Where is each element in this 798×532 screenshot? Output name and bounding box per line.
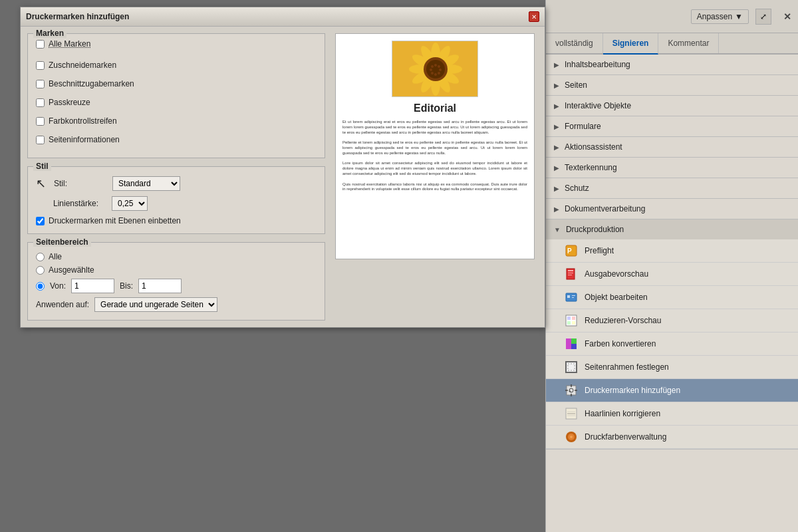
tab-vollstandig[interactable]: vollständig [546,33,603,53]
tool-item-druckermarken[interactable]: + Druckermarken hinzufügen [546,379,798,402]
preview-title: Editorial [414,102,456,114]
svg-point-17 [438,65,440,68]
tool-item-farben[interactable]: Farben konvertieren [546,332,798,356]
svg-rect-41 [566,362,577,372]
checkboxes-group: Zuschneidemarken Beschnittzugabemarken P… [36,55,317,150]
dialog-close-button[interactable]: ✕ [529,11,539,22]
svg-rect-39 [571,338,577,344]
farb-checkbox[interactable] [36,117,45,126]
linienstaerke-select[interactable]: 0,25 0,50 0,75 1,00 [112,196,148,211]
tool-item-ausgabe[interactable]: Ausgabevorschau [546,263,798,286]
tool-item-objekt[interactable]: Objekt bearbeiten [546,286,798,309]
zuschneide-checkbox[interactable] [36,61,45,70]
accordion-label-druckproduktion: Druckproduktion [566,225,624,234]
farben-label: Farben konvertieren [585,339,656,348]
von-bis-radio[interactable] [36,282,45,291]
accordion-header-texterkennung[interactable]: ▶ Texterkennung [546,158,798,178]
right-topbar: Anpassen ▼ ⤢ ✕ [546,0,798,33]
anwenden-select[interactable]: Gerade und ungerade Seiten Nur gerade Se… [94,297,217,312]
tool-item-druckfarben[interactable]: Druckfarbenverwaltung [546,426,798,449]
right-panel: Anpassen ▼ ⤢ ✕ vollständig Signieren Kom… [545,0,798,532]
bis-label: Bis: [120,281,133,291]
marken-group: Marken Alle Marken Zuschneidemarken Besc… [27,33,325,158]
panel-close-button[interactable]: ✕ [783,11,791,22]
tool-item-reduzieren[interactable]: Reduzieren-Vorschau [546,309,798,332]
tabs-row: vollständig Signieren Kommentar [546,33,798,55]
accordion-aktionsassistent: ▶ Aktionsassistent [546,137,798,158]
beschnitt-checkbox[interactable] [36,80,45,88]
accordion-header-aktionsassistent[interactable]: ▶ Aktionsassistent [546,137,798,157]
accordion-header-inhaltsbearbeitung[interactable]: ▶ Inhaltsbearbeitung [546,55,798,74]
tab-kommentar[interactable]: Kommentar [658,33,719,53]
svg-point-15 [431,65,434,68]
preview-text: Et ut lorem adipiscing erat et eros eu p… [342,120,527,192]
tool-item-preflight[interactable]: P Preflight [546,239,798,263]
beschnitt-row: Beschnittzugabemarken [36,79,317,88]
preflight-icon: P [565,244,578,257]
embed-row: Druckermarken mit Ebenen einbetten [36,216,317,225]
accordion-header-seiten[interactable]: ▶ Seiten [546,75,798,95]
von-label[interactable]: Von: [50,281,66,291]
stil-label: Stil: [54,179,107,188]
anpassen-arrow-icon: ▼ [735,12,743,21]
alle-radio[interactable] [36,253,45,261]
accordion-header-formulare[interactable]: ▶ Formulare [546,116,798,136]
beschnitt-label[interactable]: Beschnittzugabemarken [49,79,134,88]
svg-rect-30 [567,295,570,298]
tab-signieren[interactable]: Signieren [603,33,659,55]
farb-label[interactable]: Farbkontrollstreifen [49,116,117,126]
alle-marken-label[interactable]: Alle Marken [49,39,90,49]
druckermarken-label: Druckermarken hinzufügen [585,386,680,395]
stil-select[interactable]: Standard Indesign QuarkXPress [112,176,180,191]
accordion-header-schutz[interactable]: ▶ Schutz [546,178,798,198]
accordion-header-dokumentverarbeitung[interactable]: ▶ Dokumentverarbeitung [546,199,798,219]
reduzieren-icon [565,314,578,327]
seiten-info-row: Seiteninformationen [36,135,317,144]
sunflower-svg [392,41,478,97]
pass-checkbox[interactable] [36,98,45,107]
accordion-label-texterkennung: Texterkennung [565,163,617,172]
preview-image [392,41,478,97]
zuschneide-row: Zuschneidemarken [36,61,317,70]
dialog-body: Marken Alle Marken Zuschneidemarken Besc… [21,27,545,327]
ausgewahlte-radio[interactable] [36,266,45,275]
pass-label[interactable]: Passkreuze [49,98,90,107]
ausgewahlte-radio-row: Ausgewählte [36,265,317,275]
svg-point-21 [431,72,434,74]
druckfarben-icon [565,430,578,444]
accordion-arrow-seiten: ▶ [554,82,559,89]
preview-section: Editorial Et ut lorem adipiscing erat et… [332,33,538,321]
seiteninformationen-label[interactable]: Seiteninformationen [49,135,120,144]
dialog-title: Druckermarken hinzufügen [26,12,129,21]
stil-group-label: Stil [33,162,51,171]
accordion-arrow-inhaltsbearbeitung: ▶ [554,61,559,68]
alle-radio-label[interactable]: Alle [49,252,62,261]
tool-item-haarlinien[interactable]: Haarlinien korrigieren [546,402,798,426]
dialog-druckermarken: Druckermarken hinzufügen ✕ Marken Alle M… [20,7,545,328]
objekt-label: Objekt bearbeiten [585,293,648,302]
alle-marken-checkbox[interactable] [36,40,45,49]
svg-point-16 [434,64,437,66]
bis-input[interactable] [138,279,182,293]
anwenden-row: Anwenden auf: Gerade und ungerade Seiten… [36,297,317,312]
zuschneide-label[interactable]: Zuschneidemarken [49,61,116,70]
reduzieren-label: Reduzieren-Vorschau [585,316,661,325]
haarlinien-icon [565,407,578,420]
svg-point-19 [438,72,440,74]
accordion-header-interaktive[interactable]: ▶ Interaktive Objekte [546,96,798,116]
accordion-label-inhaltsbearbeitung: Inhaltsbearbeitung [565,60,630,69]
seiteninformationen-checkbox[interactable] [36,136,45,144]
tool-item-seitenrahmen[interactable]: Seitenrahmen festlegen [546,356,798,379]
von-input[interactable] [71,279,114,293]
accordion-arrow-formulare: ▶ [554,123,559,130]
svg-text:+: + [569,389,571,394]
embed-label[interactable]: Druckermarken mit Ebenen einbetten [49,216,181,225]
von-bis-row: Von: Bis: [36,279,317,293]
panel-expand-button[interactable]: ⤢ [755,9,771,25]
anpassen-button[interactable]: Anpassen ▼ [691,9,749,24]
embed-checkbox[interactable] [36,217,45,225]
ausgewahlte-radio-label[interactable]: Ausgewählte [49,265,94,275]
accordion-header-druckproduktion[interactable]: ▼ Druckproduktion [546,219,798,239]
svg-rect-37 [572,321,575,325]
preflight-label: Preflight [585,246,614,255]
